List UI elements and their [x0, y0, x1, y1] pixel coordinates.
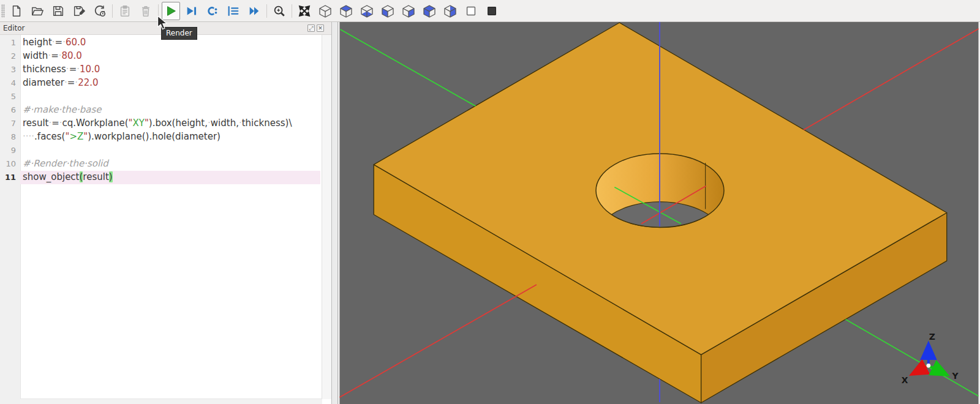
- view-front-button[interactable]: [379, 2, 397, 20]
- editor-vertical-scrollbar[interactable]: [322, 35, 331, 399]
- panel-splitter[interactable]: [331, 22, 338, 404]
- triad-z-label: Z: [929, 332, 935, 342]
- code-text: ····.faces(">Z").workplane().hole(diamet…: [20, 130, 320, 144]
- editor-body: 1height·=·60.02width·=·80.03thickness·=·…: [0, 35, 331, 404]
- code-line-4[interactable]: 4diameter·=·22.0: [0, 77, 320, 90]
- cube-front-icon: [381, 4, 394, 18]
- new-file-icon: [10, 4, 23, 18]
- toolbar: [0, 0, 980, 22]
- editor-horizontal-scrollbar[interactable]: [20, 398, 322, 404]
- line-number: 1: [0, 36, 20, 50]
- code-line-9[interactable]: 9: [0, 144, 320, 157]
- save-button[interactable]: [49, 2, 67, 20]
- new-file-button[interactable]: [7, 2, 26, 20]
- fit-arrows-icon: [298, 4, 311, 18]
- code-text: show_object(result): [20, 171, 320, 184]
- editor-code[interactable]: 1height·=·60.02width·=·80.03thickness·=·…: [0, 36, 320, 184]
- debug-step-button[interactable]: [183, 2, 201, 20]
- zoom-fit-button[interactable]: [270, 2, 288, 20]
- trash-icon: [139, 4, 153, 18]
- step-into-icon: [206, 4, 219, 18]
- shaded-mode-button[interactable]: [483, 2, 501, 20]
- code-text: [20, 144, 320, 157]
- code-line-6[interactable]: 6#·make·the·base: [0, 103, 320, 117]
- code-line-8[interactable]: 8····.faces(">Z").workplane().hole(diame…: [0, 130, 320, 144]
- debug-continue-button[interactable]: [245, 2, 263, 20]
- save-icon: [51, 4, 65, 18]
- code-text: width·=·80.0: [20, 50, 320, 63]
- view-bottom-button[interactable]: [358, 2, 376, 20]
- play-to-end-icon: [185, 4, 198, 18]
- code-line-5[interactable]: 5: [0, 90, 320, 103]
- debug-step-into-button[interactable]: [203, 2, 222, 20]
- code-line-2[interactable]: 2width·=·80.0: [0, 50, 320, 63]
- editor-float-button[interactable]: ⤢: [307, 24, 315, 32]
- line-number: 9: [0, 144, 20, 157]
- view-top-button[interactable]: [337, 2, 355, 20]
- triad-origin-dot: [927, 364, 930, 367]
- view-left-button[interactable]: [420, 2, 439, 20]
- line-number: 5: [0, 90, 20, 103]
- line-number: 3: [0, 63, 20, 77]
- line-number: 8: [0, 130, 20, 144]
- cube-back-icon: [402, 4, 415, 18]
- triad-x-label: X: [902, 375, 908, 385]
- cube-iso-icon: [318, 4, 332, 18]
- delete-button[interactable]: [137, 2, 155, 20]
- view-right-button[interactable]: [441, 2, 459, 20]
- code-line-11[interactable]: 11show_object(result): [0, 171, 320, 184]
- line-number: 4: [0, 77, 20, 90]
- triad-y-label: Y: [952, 371, 959, 381]
- mouse-cursor: [157, 16, 169, 33]
- editor-close-button[interactable]: ✕: [317, 24, 324, 32]
- cube-top-icon: [339, 4, 353, 18]
- line-number: 6: [0, 103, 20, 117]
- view-back-button[interactable]: [399, 2, 418, 20]
- editor-panel: Editor ⤢ ✕ 1height·=·60.02width·=·80.03t…: [0, 22, 331, 404]
- code-line-10[interactable]: 10#·Render·the·solid: [0, 157, 320, 171]
- code-text: result·=·cq.Workplane("XY").box(height,·…: [20, 117, 320, 130]
- toolbar-separator: [266, 4, 267, 18]
- code-text: thickness·=·10.0: [20, 63, 320, 77]
- line-number: 10: [0, 157, 20, 171]
- toolbar-separator: [292, 4, 292, 18]
- editor-title: Editor: [3, 24, 25, 32]
- toolbar-separator: [112, 4, 113, 18]
- code-text: [20, 90, 320, 103]
- viewport-canvas[interactable]: Z X Y: [338, 22, 980, 404]
- wireframe-square-icon: [464, 4, 478, 18]
- code-text: diameter·=·22.0: [20, 77, 320, 90]
- open-folder-icon: [31, 4, 44, 18]
- shaded-square-icon: [485, 4, 499, 18]
- open-file-button[interactable]: [28, 2, 47, 20]
- line-number: 2: [0, 50, 20, 63]
- save-as-button[interactable]: [70, 2, 88, 20]
- reload-icon: [93, 4, 107, 18]
- cube-right-icon: [443, 4, 457, 18]
- line-number: 11: [0, 171, 20, 184]
- viewport-3d[interactable]: Z X Y: [338, 22, 980, 404]
- save-as-icon: [72, 4, 86, 18]
- wireframe-mode-button[interactable]: [462, 2, 480, 20]
- cube-bottom-icon: [360, 4, 374, 18]
- fit-all-button[interactable]: [295, 2, 314, 20]
- view-iso-button[interactable]: [316, 2, 334, 20]
- magnifier-icon: [273, 4, 286, 18]
- fast-forward-icon: [247, 4, 261, 18]
- toolbar-drag-handle[interactable]: [1, 4, 5, 18]
- code-text: #·make·the·base: [20, 103, 320, 117]
- cube-left-icon: [423, 4, 436, 18]
- clipboard-icon: [118, 4, 132, 18]
- code-line-3[interactable]: 3thickness·=·10.0: [0, 63, 320, 77]
- code-line-1[interactable]: 1height·=·60.0: [0, 36, 320, 50]
- code-text: #·Render·the·solid: [20, 157, 320, 171]
- debug-stack-button[interactable]: [224, 2, 243, 20]
- stack-list-icon: [227, 4, 240, 18]
- line-number: 7: [0, 117, 20, 130]
- code-line-7[interactable]: 7result·=·cq.Workplane("XY").box(height,…: [0, 117, 320, 130]
- reload-button[interactable]: [91, 2, 109, 20]
- paste-button[interactable]: [116, 2, 134, 20]
